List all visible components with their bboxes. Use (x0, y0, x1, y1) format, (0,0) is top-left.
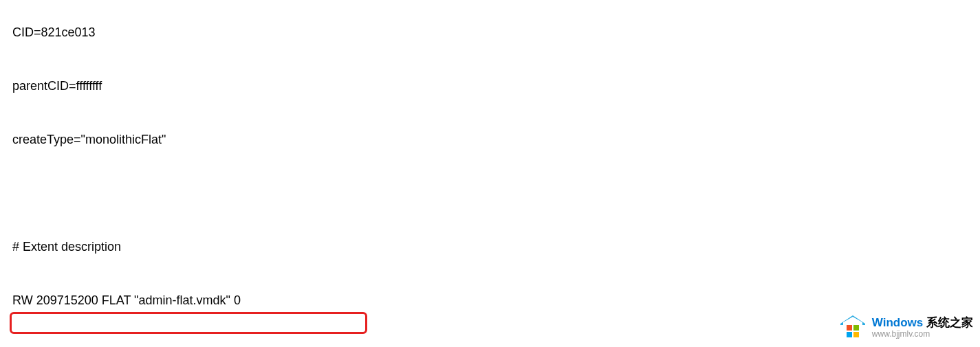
svg-marker-0 (840, 315, 865, 325)
watermark-text: Windows 系统之家 www.bjjmlv.com (872, 317, 973, 339)
text-line: # Extent description (12, 238, 968, 256)
svg-rect-2 (853, 325, 859, 331)
text-line: parentCID=ffffffff (12, 77, 968, 95)
svg-rect-1 (847, 325, 852, 331)
watermark-title-black: 系统之家 (923, 316, 973, 329)
text-line: createType="monolithicFlat" (12, 131, 968, 148)
text-line: RW 209715200 FLAT "admin-flat.vmdk" 0 (12, 291, 968, 309)
windows-house-icon (839, 314, 867, 342)
watermark-title: Windows 系统之家 (872, 317, 973, 330)
watermark-title-blue: Windows (872, 316, 923, 329)
svg-rect-3 (847, 332, 852, 337)
text-line: CID=821ce013 (12, 23, 968, 41)
watermark: Windows 系统之家 www.bjjmlv.com (839, 314, 973, 342)
vmdk-descriptor-text: CID=821ce013 parentCID=ffffffff createTy… (0, 0, 980, 347)
text-line (12, 184, 968, 202)
svg-rect-4 (853, 332, 859, 337)
watermark-url: www.bjjmlv.com (872, 330, 973, 339)
